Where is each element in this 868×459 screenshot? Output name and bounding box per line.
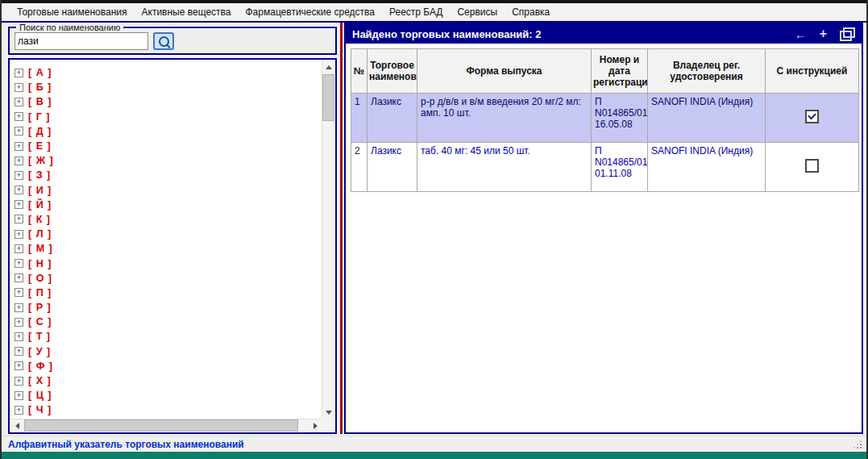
menu-item-6[interactable]: Справка <box>505 4 557 20</box>
results-panel: Найдено торговых наименований: 2 ← + №То… <box>344 23 863 434</box>
expand-icon[interactable]: + <box>15 377 23 386</box>
tree-item-Й[interactable]: +[ Й ] <box>15 198 320 212</box>
up-arrow-icon <box>326 65 332 69</box>
expand-icon[interactable]: + <box>15 361 23 370</box>
tree-item-А[interactable]: +[ А ] <box>15 65 320 80</box>
back-arrow-icon[interactable]: ← <box>795 28 807 40</box>
tree-item-Д[interactable]: +[ Д ] <box>15 124 320 139</box>
tree-item-С[interactable]: +[ С ] <box>15 315 320 329</box>
expand-icon[interactable]: + <box>15 230 23 239</box>
expand-icon[interactable]: + <box>15 98 23 106</box>
reg-date: 16.05.08 <box>595 119 644 130</box>
tree-letter-label: [ Ф ] <box>28 361 53 372</box>
expand-icon[interactable]: + <box>15 288 23 297</box>
tree-vertical-scrollbar[interactable] <box>322 61 334 419</box>
results-body: 1Лазикср-р д/в/в и в/м введения 20 мг/2 … <box>351 94 859 192</box>
tree-item-К[interactable]: +[ К ] <box>15 212 320 227</box>
expand-icon[interactable]: + <box>15 186 23 194</box>
scrollbar-corner <box>322 419 334 432</box>
tree-item-Т[interactable]: +[ Т ] <box>15 329 320 344</box>
tree-item-Ч[interactable]: +[ Ч ] <box>15 403 320 417</box>
tree-item-У[interactable]: +[ У ] <box>15 344 320 359</box>
cascade-windows-icon[interactable] <box>840 31 852 41</box>
tree-item-Ф[interactable]: +[ Ф ] <box>15 359 320 373</box>
menu-item-3[interactable]: Фармацевтические средства <box>238 4 382 20</box>
expand-icon[interactable]: + <box>15 171 23 180</box>
tree-item-Ц[interactable]: +[ Ц ] <box>15 388 320 403</box>
column-header-5[interactable]: Владелец рег. удостоверения <box>648 49 766 94</box>
tree-item-В[interactable]: +[ В ] <box>15 94 320 109</box>
expand-icon[interactable]: + <box>15 200 23 209</box>
scroll-left-button[interactable] <box>10 419 23 432</box>
expand-icon[interactable]: + <box>15 318 23 327</box>
tree-item-З[interactable]: +[ З ] <box>15 168 320 182</box>
tree-letter-label: [ Б ] <box>28 81 52 93</box>
down-arrow-icon <box>326 411 332 415</box>
expand-icon[interactable]: + <box>15 406 23 415</box>
search-group: Поиск по наименованию <box>8 23 337 55</box>
instruction-checkbox[interactable] <box>805 110 819 123</box>
tree-letter-label: [ Г ] <box>28 111 50 123</box>
tree-letter-label: [ У ] <box>28 346 51 357</box>
tree-horizontal-scrollbar[interactable] <box>10 419 322 432</box>
instruction-checkbox[interactable] <box>805 159 819 173</box>
reg-date: 01.11.08 <box>595 168 644 179</box>
right-arrow-icon <box>314 423 318 429</box>
expand-icon[interactable]: + <box>15 69 23 77</box>
tree-item-Е[interactable]: +[ Е ] <box>15 139 320 153</box>
menu-item-1[interactable]: Торговые наименования <box>10 4 135 20</box>
table-row-2[interactable]: 2Лазикстаб. 40 мг: 45 или 50 шт.П N01486… <box>351 143 859 192</box>
tree-item-Л[interactable]: +[ Л ] <box>15 227 320 241</box>
cell-registration: П N014865/0116.05.08 <box>592 94 648 143</box>
table-row-1[interactable]: 1Лазикср-р д/в/в и в/м введения 20 мг/2 … <box>351 94 859 143</box>
menu-bar: Торговые наименованияАктивные веществаФа… <box>2 3 866 21</box>
expand-icon[interactable]: + <box>15 156 23 165</box>
column-header-3[interactable]: Форма выпуска <box>417 49 592 94</box>
tree-letter-label: [ Ч ] <box>28 404 52 415</box>
move-icon[interactable]: + <box>820 27 827 40</box>
vertical-scroll-thumb[interactable] <box>322 74 334 121</box>
expand-icon[interactable]: + <box>15 244 23 253</box>
expand-icon[interactable]: + <box>15 83 23 92</box>
cell-owner: SANOFI INDIA (Индия) <box>648 143 766 192</box>
expand-icon[interactable]: + <box>15 303 23 312</box>
cell-trade-name: Лазикс <box>368 94 417 143</box>
scroll-up-button[interactable] <box>322 61 335 73</box>
menu-item-5[interactable]: Сервисы <box>450 4 505 20</box>
tree-item-П[interactable]: +[ П ] <box>15 286 320 300</box>
expand-icon[interactable]: + <box>15 127 23 136</box>
column-header-1[interactable]: № <box>351 49 368 94</box>
search-input[interactable] <box>15 32 148 50</box>
tree-item-Г[interactable]: +[ Г ] <box>15 110 320 124</box>
column-header-2[interactable]: Торговое наименование <box>368 49 417 94</box>
expand-icon[interactable]: + <box>15 112 23 121</box>
tree-item-Б[interactable]: +[ Б ] <box>15 80 320 94</box>
horizontal-scroll-thumb[interactable] <box>24 419 298 432</box>
expand-icon[interactable]: + <box>15 142 23 151</box>
panel-divider <box>340 23 343 434</box>
scroll-down-button[interactable] <box>322 406 335 419</box>
results-table: №Торговое наименованиеФорма выпускаНомер… <box>351 48 859 192</box>
expand-icon[interactable]: + <box>15 273 23 282</box>
expand-icon[interactable]: + <box>15 332 23 341</box>
column-header-6[interactable]: С инструкцией <box>766 49 859 94</box>
expand-icon[interactable]: + <box>15 215 23 223</box>
expand-icon[interactable]: + <box>15 391 23 400</box>
column-header-4[interactable]: Номер и дата регистрации <box>592 49 648 94</box>
tree-item-Р[interactable]: +[ Р ] <box>15 300 320 315</box>
resize-grip-icon[interactable] <box>852 439 863 450</box>
tree-item-Х[interactable]: +[ Х ] <box>15 373 320 388</box>
tree-letter-label: [ Т ] <box>28 331 51 342</box>
menu-item-4[interactable]: Реестр БАД <box>382 4 450 20</box>
tree-item-О[interactable]: +[ О ] <box>15 271 320 286</box>
tree-letter-label: [ О ] <box>28 273 52 284</box>
menu-item-2[interactable]: Активные вещества <box>135 4 239 20</box>
expand-icon[interactable]: + <box>15 347 23 356</box>
search-button[interactable] <box>153 32 174 50</box>
tree-item-И[interactable]: +[ И ] <box>15 183 320 198</box>
tree-item-Н[interactable]: +[ Н ] <box>15 256 320 270</box>
expand-icon[interactable]: + <box>15 259 23 268</box>
tree-item-М[interactable]: +[ М ] <box>15 241 320 256</box>
tree-item-Ж[interactable]: +[ Ж ] <box>15 153 320 168</box>
scroll-right-button[interactable] <box>309 419 322 432</box>
